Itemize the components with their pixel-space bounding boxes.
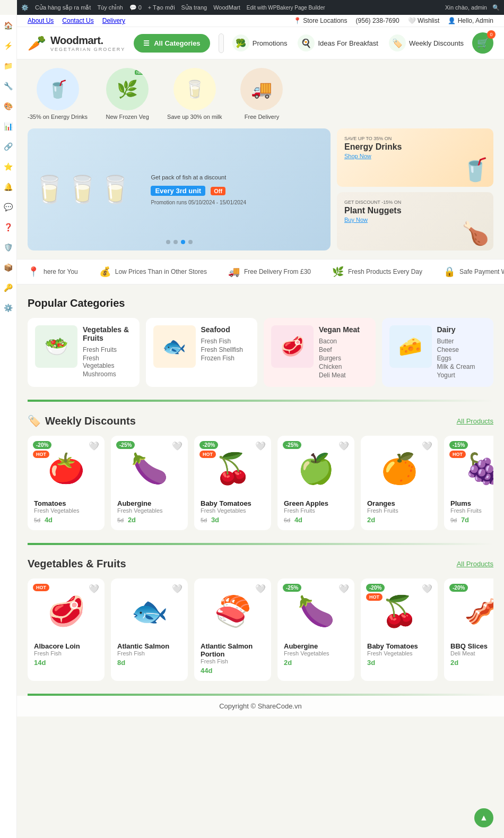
nav-breakfast[interactable]: 🍳 Ideas For Breakfast <box>298 34 378 51</box>
nav-promotions[interactable]: 🥦 Promotions <box>232 34 288 51</box>
weekly-discounts-all-products[interactable]: All Products <box>457 417 493 425</box>
admin-new[interactable]: + Tạo mới <box>148 4 175 11</box>
banner-circle-frozen-veg[interactable]: 🌿 NEW New Frozen Veg <box>103 68 151 120</box>
sidebar-icon-star[interactable]: ⭐ <box>2 160 15 173</box>
sidebar-icon-home[interactable]: 🏠 <box>2 19 15 32</box>
seafood-item-3[interactable]: Frozen Fish <box>201 354 243 362</box>
hero-side-nuggets[interactable]: GET DISCOUNT -15% ON Plant Nuggets Buy N… <box>337 192 493 250</box>
sidebar-icon-tools[interactable]: 🔧 <box>2 80 15 92</box>
hero-dot-4[interactable] <box>188 240 193 244</box>
sidebar-icon-chat[interactable]: 💬 <box>2 201 15 213</box>
product-aubergine[interactable]: -25% 🤍 🍆 Aubergine Fresh Vegetables 5d 2… <box>111 436 188 530</box>
milk-circle-label: Save up 30% on milk <box>167 114 222 120</box>
marquee-text-3: Free Delivery From £30 <box>244 268 311 275</box>
category-card-vegetables[interactable]: 🥗 Vegetables & Fruits Fresh Fruits Fresh… <box>28 318 140 387</box>
hero-main-banner[interactable]: 🥛🥛🥛 Get pack of fish at a discount Every… <box>28 128 331 250</box>
cart-button[interactable]: 🛒 0 <box>472 32 493 54</box>
banner-circle-milk[interactable]: 🥛 Save up 30% on milk <box>167 68 222 120</box>
atlantic-salmon-wishlist[interactable]: 🤍 <box>172 584 183 594</box>
weekly-discounts-section: 🏷️ Weekly Discounts All Products -20% HO… <box>17 402 504 543</box>
logo[interactable]: 🥕 Woodmart. VEGETARIAN GROCERY <box>28 34 125 52</box>
tomatoes-name: Tomatoes <box>34 499 98 507</box>
veg-baby-tomatoes-wishlist[interactable]: 🤍 <box>422 584 432 594</box>
atlantic-salmon-portion-wishlist[interactable]: 🤍 <box>255 584 266 594</box>
search-input[interactable] <box>219 34 224 53</box>
categories-grid: 🥗 Vegetables & Fruits Fresh Fruits Fresh… <box>28 318 493 387</box>
hero-dot-2[interactable] <box>173 240 178 244</box>
product-oranges[interactable]: 🤍 🍊 Oranges Fresh Fruits 2d <box>361 436 438 530</box>
baby-tomatoes-wishlist[interactable]: 🤍 <box>255 441 266 451</box>
product-atlantic-salmon[interactable]: 🤍 🐟 Atlantic Salmon Fresh Fish 8d <box>111 578 188 681</box>
utility-delivery[interactable]: Delivery <box>102 17 125 24</box>
hero-dot-1[interactable] <box>166 240 170 244</box>
category-card-dairy[interactable]: 🧀 Dairy Butter Cheese Eggs Milk & Cream … <box>382 318 494 387</box>
dairy-item-5[interactable]: Yogurt <box>437 371 475 379</box>
product-bbq-slices[interactable]: -20% 🤍 🥓 BBQ Slices Deli Meat 2d <box>444 578 493 681</box>
seafood-item-1[interactable]: Fresh Fish <box>201 337 243 345</box>
seafood-item-2[interactable]: Fresh Shellfish <box>201 345 243 354</box>
hero-side-banners: SAVE UP TO 35% ON Energy Drinks Shop Now… <box>337 128 493 250</box>
product-veg-aubergine[interactable]: -25% 🤍 🍆 Aubergine Fresh Vegetables 2d <box>277 578 354 681</box>
veg-aubergine-wishlist[interactable]: 🤍 <box>338 584 349 594</box>
sidebar-icon-help[interactable]: ❓ <box>2 221 15 234</box>
vegan-meat-item-3[interactable]: Burgers <box>319 354 360 362</box>
sidebar-icon-settings[interactable]: ⚙️ <box>2 301 15 314</box>
category-card-vegan-meat[interactable]: 🥩 Vegan Meat Bacon Beef Burgers Chicken … <box>264 318 376 387</box>
utility-about[interactable]: About Us <box>28 17 54 24</box>
hero-side-energy[interactable]: SAVE UP TO 35% ON Energy Drinks Shop Now… <box>337 128 493 187</box>
product-baby-tomatoes[interactable]: -20% HOT 🤍 🍒 Baby Tomatoes Fresh Vegetab… <box>194 436 271 530</box>
oranges-wishlist[interactable]: 🤍 <box>422 441 432 451</box>
banner-circle-energy[interactable]: 🥤 -35% on Energy Drinks <box>28 68 88 120</box>
veg-item-3[interactable]: Mushrooms <box>83 370 132 378</box>
tomatoes-wishlist[interactable]: 🤍 <box>89 441 99 451</box>
aubergine-wishlist[interactable]: 🤍 <box>172 441 183 451</box>
tomatoes-original-price: 5d <box>34 517 40 523</box>
product-green-apples[interactable]: -25% 🤍 🍏 Green Apples Fresh Fruits 6d 4d <box>277 436 354 530</box>
vegan-meat-item-1[interactable]: Bacon <box>319 337 360 345</box>
utility-contact[interactable]: Contact Us <box>62 17 93 24</box>
banner-circle-delivery[interactable]: 🚚 Free Delivery <box>238 68 285 120</box>
product-tomatoes[interactable]: -20% HOT 🤍 🍅 Tomatoes Fresh Vegetables 5… <box>28 436 105 530</box>
all-categories-button[interactable]: ☰ All Categories <box>134 34 210 53</box>
sidebar-icon-link[interactable]: 🔗 <box>2 140 15 153</box>
product-albacore[interactable]: HOT 🤍 🥩 Albacore Loin Fresh Fish 14d <box>28 578 105 681</box>
category-card-seafood[interactable]: 🐟 Seafood Fresh Fish Fresh Shellfish Fro… <box>146 318 258 387</box>
hero-dot-3[interactable] <box>181 240 185 244</box>
product-plums[interactable]: -15% HOT 🤍 🍇 Plums Fresh Fruits 9d 7d <box>444 436 493 530</box>
admin-wp-icon: ⚙️ <box>21 4 29 11</box>
seafood-info: Seafood Fresh Fish Fresh Shellfish Froze… <box>201 325 243 379</box>
utility-wishlist[interactable]: 🤍 Wishlist <box>408 17 440 24</box>
veg-fruits-all-products[interactable]: All Products <box>457 560 493 568</box>
sidebar-icon-bolt[interactable]: ⚡ <box>2 39 15 52</box>
admin-customize[interactable]: Tùy chỉnh <box>97 4 123 11</box>
admin-builder[interactable]: Edit with WPBakery Page Builder <box>247 5 325 11</box>
admin-edit-page[interactable]: Sửa trang <box>181 4 207 11</box>
sidebar-icon-package[interactable]: 📦 <box>2 261 15 274</box>
product-veg-baby-tomatoes[interactable]: -20% HOT 🤍 🍒 Baby Tomatoes Fresh Vegetab… <box>361 578 438 681</box>
vegan-meat-item-2[interactable]: Beef <box>319 345 360 354</box>
vegan-meat-item-5[interactable]: Deli Meat <box>319 371 360 379</box>
dairy-item-3[interactable]: Eggs <box>437 354 475 362</box>
sidebar-icon-bell[interactable]: 🔔 <box>2 180 15 193</box>
admin-brand[interactable]: WoodMart <box>213 4 240 11</box>
veg-item-1[interactable]: Fresh Fruits <box>83 345 132 354</box>
dairy-item-1[interactable]: Butter <box>437 337 475 345</box>
sidebar-icon-chart[interactable]: 📊 <box>2 120 15 133</box>
nav-weekly-discounts[interactable]: 🏷️ Weekly Discounts <box>389 34 464 51</box>
product-atlantic-salmon-portion[interactable]: 🤍 🍣 Atlantic Salmon Portion Fresh Fish 4… <box>194 578 271 681</box>
oranges-name: Oranges <box>367 499 431 507</box>
milk-circle-img: 🥛 <box>173 68 216 110</box>
store-locations[interactable]: 📍 Store Locations <box>293 17 347 24</box>
sidebar-icon-shield[interactable]: 🛡️ <box>2 241 15 254</box>
vegan-meat-item-4[interactable]: Chicken <box>319 362 360 371</box>
utility-account[interactable]: 👤 Hello, Admin <box>448 17 493 24</box>
sidebar-icon-palette[interactable]: 🎨 <box>2 100 15 113</box>
admin-search-icon[interactable]: 🔍 <box>492 4 500 11</box>
dairy-item-2[interactable]: Cheese <box>437 345 475 354</box>
dairy-item-4[interactable]: Milk & Cream <box>437 362 475 371</box>
green-apples-wishlist[interactable]: 🤍 <box>338 441 349 451</box>
sidebar-icon-folder[interactable]: 📁 <box>2 59 15 72</box>
sidebar-icon-key[interactable]: 🔑 <box>2 281 15 294</box>
veg-item-2[interactable]: Fresh Vegetables <box>83 354 132 370</box>
albacore-wishlist[interactable]: 🤍 <box>89 584 99 594</box>
